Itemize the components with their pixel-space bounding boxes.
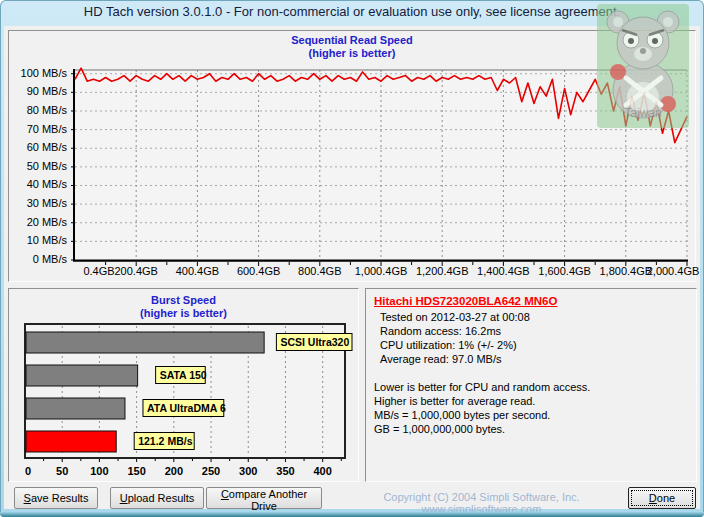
read-chart-title-line2: (higher is better) [9, 47, 695, 60]
y-tick-label: 30 MB/s [9, 197, 67, 209]
bar-1 [26, 332, 264, 353]
note-line-3: MB/s = 1,000,000 bytes per second. [374, 408, 688, 422]
x-tick-label: 50 [56, 465, 68, 477]
tested-on-line: Tested on 2012-03-27 at 00:08 [380, 310, 688, 324]
x-tick-label: 200 [165, 465, 183, 477]
y-tick-label: 70 MB/s [9, 123, 67, 135]
burst-chart-title-line1: Burst Speed [9, 294, 358, 307]
save-results-button[interactable]: Save Results [14, 487, 98, 509]
burst-speed-plot: SCSI Ultra320SATA 150ATA UltraDMA 6121.2… [24, 323, 354, 481]
note-line-2: Higher is better for average read. [374, 394, 688, 408]
average-read-line: Average read: 97.0 MB/s [380, 352, 688, 366]
bar-label-text: SATA 150 [160, 369, 207, 381]
bar-4 [26, 431, 116, 452]
drive-name: Hitachi HDS723020BLA642 MN6O [374, 294, 688, 308]
x-tick-label: 350 [276, 465, 294, 477]
note-line-1: Lower is better for CPU and random acces… [374, 380, 688, 394]
upload-results-button[interactable]: Upload Results [110, 487, 204, 509]
info-notes: Lower is better for CPU and random acces… [374, 380, 688, 436]
y-tick-label: 80 MB/s [9, 104, 67, 116]
window-titlebar[interactable]: HD Tach version 3.0.1.0 - For non-commer… [0, 0, 704, 26]
compare-another-drive-button[interactable]: Compare Another Drive [206, 487, 322, 509]
y-tick-label: 60 MB/s [9, 141, 67, 153]
read-chart-title: Sequential Read Speed (higher is better) [9, 34, 695, 60]
read-chart-title-line1: Sequential Read Speed [9, 34, 695, 47]
note-line-4: GB = 1,000,000,000 bytes. [374, 422, 688, 436]
sequential-read-plot [71, 67, 691, 273]
drive-info-panel: Hitachi HDS723020BLA642 MN6O Tested on 2… [365, 288, 697, 482]
bar-label-text: SCSI Ultra320 [280, 336, 349, 348]
cpu-utilization-line: CPU utilization: 1% (+/- 2%) [380, 338, 688, 352]
x-tick-label: 100 [90, 465, 108, 477]
y-tick-label: 20 MB/s [9, 216, 67, 228]
done-button[interactable]: Done [628, 487, 696, 509]
window-title: HD Tach version 3.0.1.0 - For non-commer… [84, 4, 620, 19]
y-tick-label: 50 MB/s [9, 160, 67, 172]
x-tick-label: 300 [239, 465, 257, 477]
bar-3 [26, 398, 125, 419]
bar-label-text: 121.2 MB/s [138, 435, 192, 447]
bar-label-text: ATA UltraDMA 6 [147, 402, 226, 414]
burst-chart-title-line2: (higher is better) [9, 307, 358, 320]
y-tick-label: 10 MB/s [9, 234, 67, 246]
x-tick-label: 2,000.4GB [633, 265, 704, 277]
x-tick-label: 400 [313, 465, 331, 477]
hdtach-window: HD Tach version 3.0.1.0 - For non-commer… [0, 0, 704, 517]
bar-2 [26, 365, 138, 386]
x-tick-label: 0 [25, 465, 31, 477]
client-area: Sequential Read Speed (higher is better)… [4, 26, 700, 509]
burst-chart-title: Burst Speed (higher is better) [9, 294, 358, 320]
y-tick-label: 0 MB/s [9, 253, 67, 265]
y-tick-label: 100 MB/s [9, 67, 67, 79]
window-bottom-edge [0, 512, 704, 517]
y-tick-label: 90 MB/s [9, 85, 67, 97]
x-tick-label: 150 [127, 465, 145, 477]
random-access-line: Random access: 16.2ms [380, 324, 688, 338]
y-tick-label: 40 MB/s [9, 178, 67, 190]
burst-speed-chart-panel: Burst Speed (higher is better) SCSI Ultr… [8, 288, 359, 482]
x-tick-label: 250 [202, 465, 220, 477]
sequential-read-chart-panel: Sequential Read Speed (higher is better)… [8, 30, 696, 282]
